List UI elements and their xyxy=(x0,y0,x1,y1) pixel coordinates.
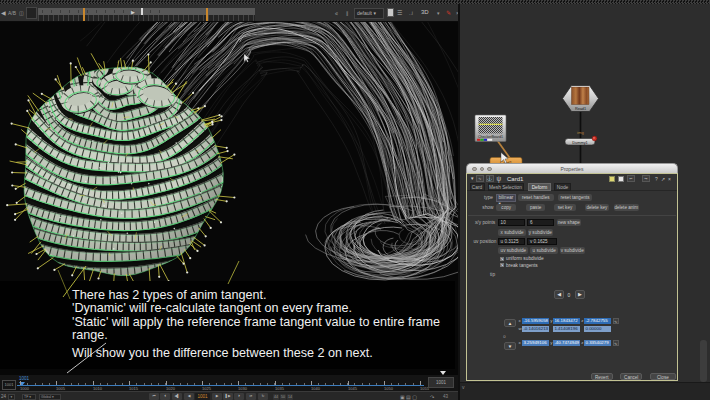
svg-text:Dummy1: Dummy1 xyxy=(572,140,588,145)
svg-text:Read1: Read1 xyxy=(575,107,586,111)
svg-text:img: img xyxy=(577,130,584,135)
svg-text:CheckerBoard1: CheckerBoard1 xyxy=(478,135,503,139)
